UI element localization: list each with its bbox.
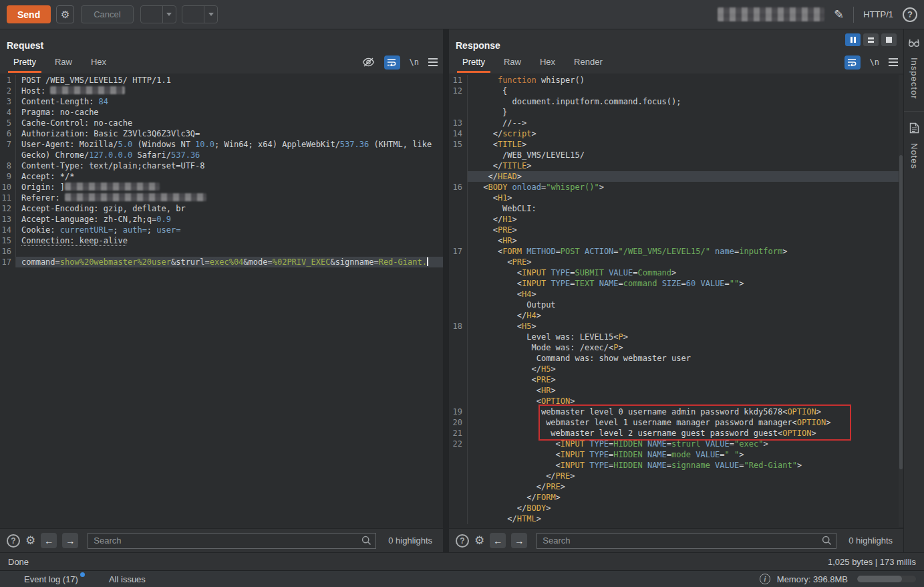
- code-line[interactable]: 17command=show%20webmaster%20user&strurl…: [0, 257, 443, 267]
- editor-menu-hamburger-icon[interactable]: [428, 58, 438, 66]
- code-line[interactable]: </H5>: [449, 364, 903, 374]
- forward-dropdown[interactable]: [204, 6, 217, 23]
- search-settings-gear-icon[interactable]: ⚙: [474, 534, 484, 548]
- info-icon[interactable]: i: [760, 574, 770, 584]
- code-line[interactable]: 13 //-->: [449, 118, 903, 128]
- code-line[interactable]: 6Authorization: Basic Z3Vlc3Q6Z3Vlc3Q=: [0, 128, 443, 139]
- back-dropdown[interactable]: [162, 6, 176, 23]
- code-line[interactable]: 2Host:: [0, 86, 443, 96]
- code-line[interactable]: 13Accept-Language: zh-CN,zh;q=0.9: [0, 214, 443, 225]
- notes-icon[interactable]: [909, 122, 919, 136]
- tab-raw[interactable]: Raw: [45, 51, 82, 73]
- request-editor[interactable]: 1POST /WEB_VMS/LEVEL15/ HTTP/1.12Host: 3…: [0, 74, 443, 528]
- code-line[interactable]: <PRE>: [449, 257, 903, 267]
- forward-history-button[interactable]: >: [182, 5, 218, 23]
- show-newlines-icon[interactable]: \n: [870, 57, 879, 67]
- code-line[interactable]: 14 </script>: [449, 128, 903, 139]
- code-line[interactable]: </H4>: [449, 310, 903, 321]
- search-prev-button[interactable]: ←: [490, 533, 506, 548]
- all-issues-tab[interactable]: All issues: [109, 574, 146, 584]
- event-log-tab[interactable]: Event log (17): [24, 574, 78, 584]
- code-line[interactable]: WebCLI:: [449, 203, 903, 214]
- code-line[interactable]: Mode was: /exec/<P>: [449, 342, 903, 353]
- layout-columns-button[interactable]: [845, 33, 861, 46]
- code-line[interactable]: 11 function whisper(): [449, 75, 903, 86]
- code-line[interactable]: 16 <BODY onload="whisper()">: [449, 182, 903, 193]
- code-line[interactable]: /WEB_VMS/LEVEL15/: [449, 150, 903, 160]
- code-line[interactable]: <H4>: [449, 289, 903, 300]
- sidebar-item-notes[interactable]: Notes: [909, 143, 919, 169]
- sidebar-item-inspector[interactable]: Inspector: [909, 57, 919, 99]
- code-line[interactable]: <PRE>: [449, 374, 903, 385]
- tab-pretty[interactable]: Pretty: [4, 51, 45, 73]
- tab-hex[interactable]: Hex: [530, 51, 565, 73]
- code-line[interactable]: <INPUT TYPE=TEXT NAME=command SIZE=60 VA…: [449, 278, 903, 289]
- code-line[interactable]: 12Accept-Encoding: gzip, deflate, br: [0, 203, 443, 214]
- forward-arrow-label[interactable]: >: [182, 6, 204, 23]
- help-icon[interactable]: ?: [903, 7, 917, 22]
- show-newlines-icon[interactable]: \n: [410, 57, 419, 67]
- layout-rows-button[interactable]: [863, 33, 879, 46]
- code-line[interactable]: 18 <H5>: [449, 321, 903, 332]
- code-line[interactable]: }: [449, 107, 903, 118]
- code-line[interactable]: 5Cache-Control: no-cache: [0, 118, 443, 128]
- code-line[interactable]: <H1>: [449, 193, 903, 203]
- code-line[interactable]: 19 webmaster level 0 username admin pass…: [449, 406, 903, 417]
- code-line[interactable]: </PRE>: [449, 481, 903, 492]
- code-line[interactable]: 7User-Agent: Mozilla/5.0 (Windows NT 10.…: [0, 139, 443, 150]
- code-line[interactable]: </HEAD>: [449, 171, 903, 182]
- code-line[interactable]: <INPUT TYPE=HIDDEN NAME=mode VALUE=" ">: [449, 449, 903, 460]
- code-line[interactable]: </HTML>: [449, 513, 903, 524]
- scrollbar-thumb[interactable]: [899, 155, 903, 469]
- code-line[interactable]: Output: [449, 300, 903, 310]
- code-line[interactable]: </H1>: [449, 214, 903, 225]
- code-line[interactable]: 20 webmaster level 1 username manager pa…: [449, 417, 903, 428]
- code-line[interactable]: 11Referer:: [0, 193, 443, 203]
- response-scrollbar[interactable]: [899, 75, 903, 527]
- code-line[interactable]: </BODY>: [449, 503, 903, 513]
- word-wrap-toggle-icon[interactable]: [384, 55, 400, 70]
- tab-render[interactable]: Render: [565, 51, 612, 73]
- tab-hex[interactable]: Hex: [82, 51, 116, 73]
- word-wrap-toggle-icon[interactable]: [844, 55, 861, 70]
- code-line[interactable]: Level was: LEVEL15<P>: [449, 332, 903, 342]
- send-button[interactable]: Send: [7, 5, 51, 23]
- layout-single-button[interactable]: [881, 33, 897, 46]
- back-arrow-label[interactable]: <: [141, 6, 162, 23]
- hide-nonprintable-eye-slash-icon[interactable]: [362, 57, 375, 67]
- back-history-button[interactable]: <: [140, 5, 176, 23]
- code-line[interactable]: 22 <INPUT TYPE=HIDDEN NAME=strurl VALUE=…: [449, 439, 903, 449]
- code-line[interactable]: 8Content-Type: text/plain;charset=UTF-8: [0, 160, 443, 171]
- code-line[interactable]: Gecko) Chrome/127.0.0.0 Safari/537.36: [0, 150, 443, 160]
- code-line[interactable]: document.inputform.command.focus();: [449, 96, 903, 107]
- code-line[interactable]: <INPUT TYPE=HIDDEN NAME=signname VALUE="…: [449, 460, 903, 471]
- response-editor[interactable]: 11 function whisper()12 { document.input…: [449, 74, 903, 528]
- panel-divider[interactable]: [443, 29, 449, 552]
- code-line[interactable]: 1POST /WEB_VMS/LEVEL15/ HTTP/1.1: [0, 75, 443, 86]
- code-line[interactable]: 16: [0, 246, 443, 257]
- code-line[interactable]: Command was: show webmaster user: [449, 353, 903, 364]
- code-line[interactable]: 10Origin: ]: [0, 182, 443, 193]
- http-version-label[interactable]: HTTP/1: [863, 9, 893, 19]
- code-line[interactable]: <PRE>: [449, 225, 903, 235]
- editor-menu-hamburger-icon[interactable]: [889, 58, 898, 66]
- tab-raw[interactable]: Raw: [494, 51, 530, 73]
- code-line[interactable]: </TITLE>: [449, 160, 903, 171]
- code-line[interactable]: <HR>: [449, 235, 903, 246]
- code-line[interactable]: 9Accept: */*: [0, 171, 443, 182]
- edit-target-pencil-icon[interactable]: ✎: [834, 7, 844, 22]
- code-line[interactable]: 17 <FORM METHOD=POST ACTION="/WEB_VMS/LE…: [449, 246, 903, 257]
- code-line[interactable]: 4Pragma: no-cache: [0, 107, 443, 118]
- code-line[interactable]: 14Cookie: currentURL=; auth=; user=: [0, 225, 443, 235]
- search-next-button[interactable]: →: [511, 533, 527, 548]
- cancel-button[interactable]: Cancel: [81, 5, 133, 23]
- tab-pretty[interactable]: Pretty: [453, 51, 494, 73]
- code-line[interactable]: <HR>: [449, 385, 903, 396]
- code-line[interactable]: 3Content-Length: 84: [0, 96, 443, 107]
- code-line[interactable]: <OPTION>: [449, 396, 903, 406]
- search-settings-gear-icon[interactable]: ⚙: [25, 534, 35, 548]
- code-line[interactable]: 15Connection: keep-alive: [0, 235, 443, 246]
- search-next-button[interactable]: →: [62, 533, 78, 548]
- response-search-input[interactable]: [536, 533, 836, 549]
- code-line[interactable]: 15 <TITLE>: [449, 139, 903, 150]
